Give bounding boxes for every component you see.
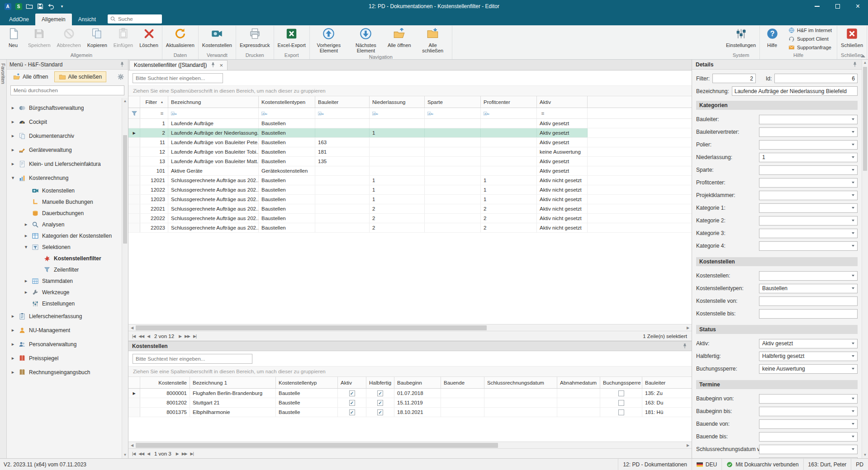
sidebar-item-dauerbuchungen[interactable]: Dauerbuchungen [7, 207, 122, 219]
column-header-aktiv[interactable]: Aktiv [537, 96, 588, 108]
scroll-left-icon[interactable]: ◀ [129, 443, 135, 447]
table-row[interactable]: 22021Schlussgerechnete Aufträge aus 202.… [128, 204, 692, 214]
polier-combo[interactable] [759, 140, 858, 150]
kategorie-3-combo[interactable] [759, 229, 858, 238]
close-tab-icon[interactable]: × [219, 62, 223, 68]
checkbox-halbfertig[interactable]: ✓ [377, 409, 383, 415]
expander-icon[interactable]: ▸ [24, 233, 28, 239]
expander-icon[interactable]: ▸ [24, 278, 28, 284]
sidebar-item-stammdaten[interactable]: ▸Stammdaten [7, 275, 122, 287]
pager-last-button[interactable]: ▶| [193, 334, 196, 338]
column-header-kostenstellentypen[interactable]: Kostenstellentypen [259, 96, 315, 108]
ribbon-search-input[interactable] [118, 16, 160, 22]
table-row[interactable]: 13Laufende Aufträge von Bauleiter Matt..… [128, 157, 692, 166]
checkbox-buchungssperre[interactable] [618, 400, 624, 406]
kostenstellen-search[interactable] [133, 354, 252, 364]
table-row[interactable]: 8001202Stuttgart 21Baustelle✓✓15.11.2019… [128, 398, 692, 408]
document-tab[interactable]: Kostenstellenfilter ([Standard]) × [129, 60, 228, 70]
column-header-bezeichnung-1[interactable]: Bezeichnung 1 [190, 377, 276, 388]
sidebar-item-selektionen[interactable]: ▾Selektionen [7, 241, 122, 253]
column-header-kostenstelle[interactable]: Kostenstelle [140, 377, 190, 388]
sparte-combo[interactable] [759, 165, 858, 175]
sidebar-item-klein-und-lieferscheinfaktura[interactable]: ▸Klein- und Lieferscheinfaktura [7, 157, 122, 171]
pager-prev-button[interactable]: ◀ [147, 451, 150, 456]
expander-icon[interactable]: ▸ [10, 105, 15, 111]
filter-cell-sparte[interactable]: Abc [425, 108, 481, 118]
table-row[interactable]: 22023Schlussgerechnete Aufträge aus 202.… [128, 223, 692, 233]
sidebar-search-input[interactable] [14, 88, 121, 93]
ribbon-tab-ansicht[interactable]: Ansicht [72, 14, 102, 25]
expander-icon[interactable]: ▸ [24, 289, 28, 295]
column-header-kostenstellentyp[interactable]: Kostenstellentyp [276, 377, 338, 388]
filter-cell-bauleiter[interactable]: Abc [315, 108, 370, 118]
sidebar-item-preisspiegel[interactable]: ▸Preisspiegel [7, 351, 122, 365]
filter-cell-profitcenter[interactable]: Abc [481, 108, 537, 118]
column-header-profitcenter[interactable]: Profitcenter [481, 96, 537, 108]
scrollbar-thumb[interactable] [136, 325, 487, 330]
sidebar-item-cockpit[interactable]: ▸Cockpit [7, 115, 122, 129]
expander-icon[interactable]: ▸ [24, 221, 28, 227]
bauende-von-combo[interactable] [759, 419, 858, 429]
kategorie-2-combo[interactable] [759, 216, 858, 226]
kostenstellentypen-combo[interactable]: Baustellen [759, 284, 858, 293]
table-row[interactable]: 22022Schlussgerechnete Aufträge aus 202.… [128, 214, 692, 223]
ribbon-button-supportanfrage[interactable]: Supportanfrage [787, 44, 834, 51]
sidebar-item-personalverwaltung[interactable]: ▸Personalverwaltung [7, 337, 122, 351]
checkbox-aktiv[interactable]: ✓ [349, 409, 355, 415]
sidebar-item-bürgschaftsverwaltung[interactable]: ▸Bürgschaftsverwaltung [7, 101, 122, 115]
sidebar-item-lieferscheinerfassung[interactable]: ▸Lieferscheinerfassung [7, 309, 122, 323]
ribbon-button-neu[interactable]: Neu [1, 26, 25, 52]
filter-field[interactable]: 2 [712, 74, 756, 83]
checkbox-buchungssperre[interactable] [618, 390, 624, 396]
expander-icon[interactable]: ▸ [10, 369, 15, 375]
pager-last-button[interactable]: ▶| [190, 451, 194, 456]
column-header-bauende[interactable]: Bauende [441, 377, 484, 388]
buchungssperre-combo[interactable]: keine Auswertung [759, 364, 858, 374]
checkbox-aktiv[interactable]: ✓ [349, 400, 355, 406]
scroll-right-icon[interactable]: ▶ [685, 326, 691, 330]
sidebar-item-kostenstellenfilter[interactable]: Kostenstellenfilter [7, 253, 122, 264]
profitcenter-combo[interactable] [759, 178, 858, 188]
expander-icon[interactable]: ▾ [10, 175, 15, 181]
sidebar-item-rechnungseingangsbuch[interactable]: ▸Rechnungseingangsbuch [7, 365, 122, 379]
scroll-up-icon[interactable]: ▲ [863, 61, 867, 65]
pin-icon[interactable] [682, 343, 688, 349]
kategorie-4-combo[interactable] [759, 241, 858, 251]
kostenstellen-combo[interactable] [759, 271, 858, 281]
ribbon-button-support-client[interactable]: Support Client [787, 35, 834, 42]
column-header-abnahmedatum[interactable]: Abnahmedatum [557, 377, 600, 388]
expander-icon[interactable]: ▸ [10, 341, 15, 347]
undo-button[interactable] [47, 2, 55, 11]
scroll-right-icon[interactable]: ▶ [685, 443, 691, 447]
filter-cell-bezeichnung[interactable]: Abc [168, 108, 259, 118]
bauleiter-combo[interactable] [759, 115, 858, 124]
sidebar-item-werkzeuge[interactable]: ▸Werkzeuge [7, 287, 122, 298]
ribbon-tab-allgemein[interactable]: Allgemein [35, 14, 72, 25]
aktiv-combo[interactable]: Aktiv gesetzt [759, 339, 858, 348]
table-row[interactable]: 12023Schlussgerechnete Aufträge aus 202.… [128, 195, 692, 204]
bauleitervertreter-combo[interactable] [759, 127, 858, 137]
pager-first-button[interactable]: |◀ [132, 334, 135, 338]
scroll-down-icon[interactable]: ▼ [123, 453, 127, 457]
table-row[interactable]: 12Laufende Aufträge von Bauleiter Tobi..… [128, 147, 692, 157]
ribbon-button-einstellungen[interactable]: Einstellungen [723, 26, 759, 52]
details-scrollbar[interactable]: ▲ ▼ [862, 60, 868, 458]
table-row[interactable]: ▶8000001Flughafen Berlin-BrandenburgBaus… [128, 389, 692, 398]
ribbon-button-löschen[interactable]: Löschen [136, 26, 161, 52]
column-header-buchungssperre[interactable]: Buchungssperre [600, 377, 642, 388]
scrollbar-thumb[interactable] [863, 67, 867, 171]
sidebar-item-nu-management[interactable]: ▸NU-Management [7, 323, 122, 337]
ribbon-button-h-f-im-internet[interactable]: H&F im Internet [787, 27, 834, 34]
scroll-left-icon[interactable]: ◀ [129, 326, 135, 330]
kostenstelle-von-input[interactable] [759, 296, 858, 306]
table-row[interactable]: ▶2Laufende Aufträge der Niederlassung...… [128, 128, 692, 138]
ribbon-button-kostenstellen[interactable]: Kostenstellen [199, 26, 235, 52]
ribbon-tab-addone[interactable]: AddOne [3, 14, 35, 25]
bauende-bis-combo[interactable] [759, 432, 858, 442]
bezeichnung-field[interactable]: Laufende Aufträge der Niederlassung Biel… [732, 86, 858, 96]
projektklammer-combo[interactable] [759, 191, 858, 200]
id-field[interactable]: 6 [774, 74, 858, 83]
expander-icon[interactable]: ▸ [10, 161, 15, 167]
grid-search[interactable] [133, 73, 223, 83]
scroll-down-icon[interactable]: ▼ [863, 453, 867, 457]
